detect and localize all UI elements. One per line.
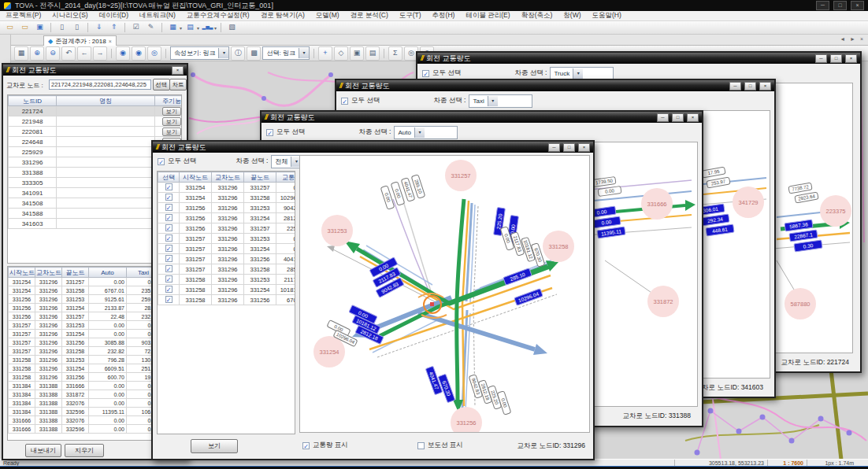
open-project-icon[interactable]: ▭ [18, 21, 32, 34]
row-checkbox[interactable]: ✓ [165, 214, 172, 221]
turn-flow-row[interactable]: ✓ 331254 331296 331258 10296.04 [158, 193, 296, 203]
vehicle-type-dropdown[interactable]: Taxi ▾ [469, 94, 532, 108]
minimize-icon[interactable]: ─ [548, 143, 560, 152]
save-icon[interactable]: ▣ [33, 21, 46, 34]
column-header[interactable]: 선택 [158, 172, 180, 183]
show-volume-checkbox[interactable]: ✓ [302, 442, 310, 449]
menu-item[interactable]: 시나리오(S) [46, 11, 93, 20]
dialog-title-bar[interactable]: // 회전 교통량도 × [3, 65, 187, 76]
vehicle-type-dropdown[interactable]: Auto ▾ [394, 126, 458, 139]
add-icon[interactable]: + [318, 46, 332, 61]
pan-forward-icon[interactable]: → [93, 46, 107, 61]
report-view-caret-icon[interactable]: ▾ [197, 25, 199, 31]
select-point-icon[interactable]: ◉ [116, 46, 130, 61]
maximize-icon[interactable]: □ [830, 54, 842, 63]
minimize-icon[interactable]: ─ [815, 54, 827, 63]
turn-flow-row[interactable]: ✓ 331254 331296 331257 0.00 [158, 183, 296, 193]
menu-item[interactable]: 확장(축소) [516, 11, 558, 20]
row-checkbox[interactable]: ✓ [165, 255, 172, 262]
dialog-title-bar[interactable]: // 회전 교통량도 ─ □ × [153, 142, 593, 153]
window-layout-icon[interactable]: ▧ [225, 21, 239, 34]
menu-item[interactable]: 경로 탐색기(A) [255, 11, 310, 20]
tab-close-icon[interactable]: × [109, 39, 112, 44]
tab-scenario[interactable]: ◆ 존경계추가 : 2018 × [43, 35, 117, 46]
select-all-checkbox[interactable]: ✓ [422, 70, 429, 77]
menu-item[interactable]: 도구(T) [394, 11, 427, 20]
turn-flow-row[interactable]: ✓ 331258 331296 331256 670.30 [158, 295, 296, 305]
select-clear-icon[interactable]: ◎ [147, 46, 161, 61]
show-crosswalk-checkbox[interactable] [417, 442, 425, 449]
menu-item[interactable]: 프로젝트(P) [0, 11, 46, 20]
grid-icon[interactable]: ▦ [14, 46, 28, 61]
column-header[interactable]: 주기능 [155, 96, 183, 106]
menu-item[interactable]: 모델(M) [310, 11, 345, 20]
sum-icon[interactable]: Σ [388, 46, 402, 61]
column-header[interactable]: 교차노드 [35, 268, 62, 278]
menu-item[interactable]: 테이블 관리(E) [460, 11, 515, 20]
column-header[interactable]: Auto [89, 268, 127, 278]
close-icon[interactable]: × [687, 113, 699, 122]
row-checkbox[interactable]: ✓ [165, 204, 172, 211]
chart-button[interactable]: 차트 [169, 79, 187, 90]
turn-flow-row[interactable]: ✓ 331257 331296 331256 4041.47 [158, 254, 296, 264]
turn-flow-row[interactable]: ✓ 331258 331296 331254 10181.12 [158, 285, 296, 295]
turn-flow-row[interactable]: ✓ 331258 331296 331253 2117.83 [158, 275, 296, 285]
layer-icon[interactable]: ▣ [350, 46, 364, 61]
close-icon[interactable]: × [759, 82, 771, 90]
turn-flow-row[interactable]: ✓ 331257 331296 331253 0.00 [158, 234, 296, 244]
turn-flow-row[interactable]: ✓ 331256 331296 331257 225.20 [158, 223, 296, 234]
view-button[interactable]: 보기 [162, 107, 181, 116]
menu-item[interactable]: 데이터(D) [94, 11, 134, 20]
maximize-icon[interactable]: □ [744, 82, 756, 90]
row-checkbox[interactable]: ✓ [165, 245, 172, 252]
edit-icon[interactable]: ✎ [144, 21, 158, 34]
turn-flow-row[interactable]: ✓ 331257 331296 331258 285.10 [158, 264, 296, 275]
turn-flow-row[interactable]: ✓ 331256 331296 331254 2812.18 [158, 213, 296, 223]
shape-icon[interactable]: ◇ [334, 46, 348, 61]
menu-item[interactable]: 창(W) [558, 11, 586, 20]
chart-view-icon[interactable]: ▂▅▃ [201, 21, 214, 34]
import-icon[interactable]: ⇓ [92, 21, 106, 34]
menu-item[interactable]: 도움말(H) [586, 11, 626, 20]
node-row[interactable]: 221948 보기 [9, 116, 183, 127]
node-ids-input[interactable] [49, 79, 151, 90]
report-icon[interactable]: ▤ [365, 46, 380, 61]
dialog-title-bar[interactable]: // 회전 교통량도 ─ □ × [336, 80, 774, 91]
dialog-title-bar[interactable]: // 회전 교통량도 ─ □ × [262, 112, 702, 123]
row-checkbox[interactable]: ✓ [165, 194, 172, 201]
attribute-view-dropdown[interactable]: 속성보기: 링크 ▾ [170, 46, 229, 60]
minimize-icon[interactable]: ─ [729, 82, 741, 90]
vehicle-type-dropdown[interactable]: Truck ▾ [550, 67, 614, 80]
column-header[interactable]: 교통량 [276, 172, 296, 183]
clear-button[interactable]: 지우기 [65, 444, 104, 457]
row-checkbox[interactable]: ✓ [165, 183, 172, 190]
close-icon[interactable]: × [172, 66, 184, 75]
maximize-icon[interactable]: □ [672, 113, 684, 122]
row-checkbox[interactable]: ✓ [165, 265, 172, 272]
node-row[interactable]: 221724 보기 [9, 106, 183, 116]
view-button[interactable]: 보기 [162, 127, 181, 136]
column-header[interactable]: 교차노드 [212, 172, 244, 183]
validate-icon[interactable]: ☑ [129, 21, 143, 34]
filter-icon[interactable]: ▩ [247, 46, 261, 61]
minimize-icon[interactable]: ─ [657, 113, 669, 122]
select-target-dropdown[interactable]: 선택: 링크 ▾ [262, 46, 309, 60]
view-button[interactable]: 보기 [191, 439, 238, 453]
menu-item[interactable]: 네트워크(N) [134, 11, 181, 20]
export-button[interactable]: 내보내기 [25, 444, 61, 457]
select-all-checkbox[interactable]: ✓ [341, 98, 348, 105]
turn-flow-row[interactable]: ✓ 331256 331296 331253 9042.83 [158, 203, 296, 213]
row-checkbox[interactable]: ✓ [165, 275, 172, 283]
report-view-icon[interactable]: ▤ [184, 21, 197, 34]
table-view-caret-icon[interactable]: ▾ [180, 25, 182, 31]
new-project-icon[interactable]: ▭ [3, 21, 17, 34]
column-header[interactable]: 끝노드 [244, 172, 276, 183]
view-button[interactable]: 보기 [162, 117, 181, 126]
tab-nav-controls[interactable]: ◄ ► × [840, 36, 865, 42]
table-view-icon[interactable]: ▦ [166, 21, 180, 34]
zoom-out-icon[interactable]: ⊖ [46, 46, 60, 61]
maximize-button[interactable]: □ [833, 1, 847, 10]
pan-back-icon[interactable]: ← [77, 46, 91, 61]
menu-item[interactable]: 경로 분석(C) [345, 11, 394, 20]
column-header[interactable]: 끝노드 [62, 268, 89, 278]
